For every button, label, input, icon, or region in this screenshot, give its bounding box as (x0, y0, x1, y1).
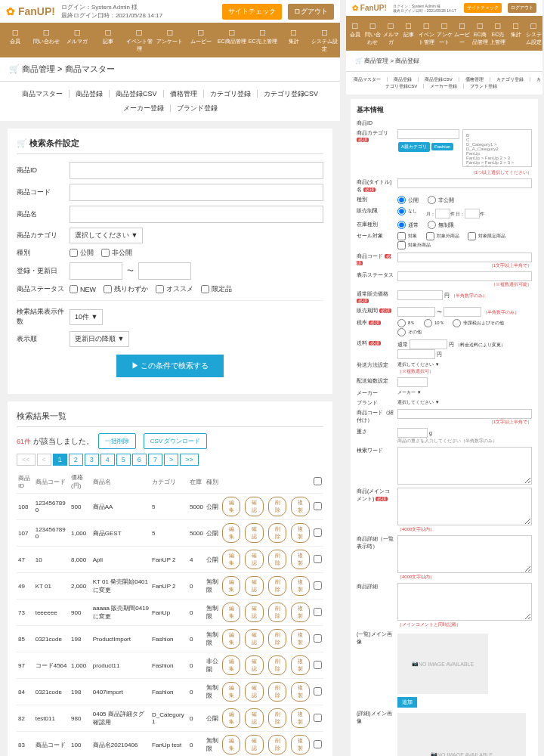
cat-option[interactable]: FanUp > FanUp 2 > 3 > FanUp 2 3 1 (466, 160, 528, 167)
cat-option[interactable]: D_Category1 > D_A_Category2 (466, 142, 528, 151)
nav-item[interactable]: システム設定 (524, 20, 542, 46)
row-action-button[interactable]: 編集 (222, 523, 241, 543)
pager-item[interactable]: 3 (85, 454, 99, 466)
row-action-button[interactable]: 確認 (245, 629, 264, 649)
row-checkbox[interactable] (314, 687, 322, 696)
pager-item[interactable]: 2 (69, 454, 83, 466)
row-action-button[interactable]: 確認 (245, 576, 264, 596)
select-cat[interactable]: 選択してください ▼ (70, 228, 143, 243)
row-action-button[interactable]: 複製 (291, 497, 310, 516)
row-action-button[interactable]: 複製 (291, 708, 310, 728)
row-checkbox[interactable] (314, 555, 322, 563)
csv-download-button[interactable]: CSV ダウンロード (144, 433, 208, 449)
nav-item[interactable]: EC商品管理 (471, 20, 489, 46)
cat-tag[interactable]: A親カテゴリ (398, 142, 430, 152)
pager-item[interactable]: 6 (132, 454, 147, 466)
row-action-button[interactable]: 複製 (291, 629, 310, 649)
cb-pub[interactable] (70, 249, 78, 257)
row-action-button[interactable]: 複製 (291, 735, 310, 754)
tab[interactable]: カテゴリ登録CSV (258, 90, 325, 98)
site-check-button[interactable]: サイトチェック (222, 4, 282, 20)
row-action-button[interactable]: 削除 (268, 708, 287, 728)
name-input[interactable] (397, 178, 532, 188)
nav-item[interactable]: EC商品管理 (216, 27, 247, 53)
row-action-button[interactable]: 複製 (291, 576, 310, 596)
nav-item[interactable]: ムービー (453, 20, 471, 46)
pager-item[interactable]: < (37, 454, 51, 466)
brand-select[interactable]: 選択してください ▼ (397, 400, 440, 404)
cat-input[interactable] (397, 129, 459, 139)
search-button[interactable]: ▶ この条件で検索する (116, 355, 224, 377)
no-image-placeholder[interactable]: 📷NO IMAGE AVAILABLE (397, 713, 526, 756)
nav-item[interactable]: 記事 (400, 20, 418, 46)
row-action-button[interactable]: 確認 (245, 735, 264, 754)
tab[interactable]: 価格管理 (164, 90, 204, 98)
row-action-button[interactable]: 削除 (268, 576, 287, 596)
row-action-button[interactable]: 編集 (222, 603, 241, 622)
bulk-delete-button[interactable]: 一括削除 (98, 433, 136, 449)
nav-item[interactable]: 会員 (0, 27, 31, 53)
pager-item[interactable]: 4 (100, 454, 115, 466)
row-checkbox[interactable] (314, 661, 322, 669)
row-checkbox[interactable] (314, 528, 322, 537)
row-action-button[interactable]: 編集 (222, 708, 241, 728)
nav-item[interactable]: イベント管理 (124, 27, 155, 53)
remark-textarea[interactable] (397, 447, 532, 485)
row-action-button[interactable]: 編集 (222, 629, 241, 649)
nav-item[interactable]: イベント管理 (418, 20, 436, 46)
row-action-button[interactable]: 削除 (268, 629, 287, 649)
row-action-button[interactable]: 編集 (222, 497, 241, 516)
row-checkbox[interactable] (314, 502, 322, 510)
row-checkbox[interactable] (314, 714, 322, 722)
row-action-button[interactable]: 確認 (245, 708, 264, 728)
select-all-checkbox[interactable] (314, 477, 322, 485)
nav-item[interactable]: 記事 (93, 27, 124, 53)
logout-button[interactable]: ログアウト (288, 4, 334, 20)
row-action-button[interactable]: 複製 (291, 655, 310, 675)
logout-button-2[interactable]: ログアウト (508, 3, 536, 13)
row-action-button[interactable]: 確認 (245, 523, 264, 543)
input-name[interactable] (70, 206, 323, 223)
site-check-button-2[interactable]: サイトチェック (464, 3, 502, 13)
price-input[interactable] (397, 290, 443, 300)
tab[interactable]: ブランド登録 (464, 84, 503, 88)
row-action-button[interactable]: 削除 (268, 655, 287, 675)
nav-item[interactable]: メルマガ (382, 20, 400, 46)
nav-item[interactable]: 問い合わせ (31, 27, 62, 53)
tab[interactable]: 商品登録 (70, 90, 110, 98)
pager-item[interactable]: 7 (148, 454, 162, 466)
input-date-to[interactable] (138, 262, 191, 280)
row-action-button[interactable]: 削除 (268, 550, 287, 569)
tab[interactable]: 価格管理 (459, 77, 490, 82)
cb-new[interactable] (70, 285, 78, 293)
cat-list[interactable]: BCD_Category1 > D_A_Category2FanUpFanUp … (462, 129, 532, 167)
row-action-button[interactable]: 確認 (245, 497, 264, 516)
row-action-button[interactable]: 複製 (291, 682, 310, 702)
row-action-button[interactable]: 複製 (291, 523, 310, 543)
comment-textarea[interactable] (397, 488, 532, 525)
pager-item[interactable]: >> (180, 454, 199, 466)
cb-unpub[interactable] (101, 249, 110, 257)
row-action-button[interactable]: 編集 (222, 655, 241, 675)
tab[interactable]: ブランド登録 (171, 104, 224, 112)
row-checkbox[interactable] (314, 608, 322, 616)
nav-item[interactable]: メルマガ (62, 27, 93, 53)
row-action-button[interactable]: 複製 (291, 603, 310, 622)
row-action-button[interactable]: 確認 (245, 682, 264, 702)
add-image-button[interactable]: 追加 (397, 697, 417, 708)
nav-item[interactable]: アンケート (155, 27, 186, 53)
row-action-button[interactable]: 確認 (245, 603, 264, 622)
no-image-placeholder[interactable]: 📷NO IMAGE AVAILABLE (397, 634, 488, 694)
row-action-button[interactable]: 削除 (268, 603, 287, 622)
tab[interactable]: 商品マスター (16, 90, 70, 98)
row-action-button[interactable]: 削除 (268, 497, 287, 516)
tab[interactable]: 商品登録 (388, 77, 419, 82)
nav-item[interactable]: ムービー (185, 27, 216, 53)
select-count[interactable]: 10件 ▼ (70, 309, 103, 325)
row-action-button[interactable]: 編集 (222, 682, 241, 702)
nav-item[interactable]: EC売上管理 (247, 27, 278, 53)
tab[interactable]: カテゴリ登録 (490, 77, 530, 82)
row-checkbox[interactable] (314, 740, 322, 748)
tab[interactable]: メーカー登録 (117, 104, 171, 112)
row-action-button[interactable]: 編集 (222, 550, 241, 569)
